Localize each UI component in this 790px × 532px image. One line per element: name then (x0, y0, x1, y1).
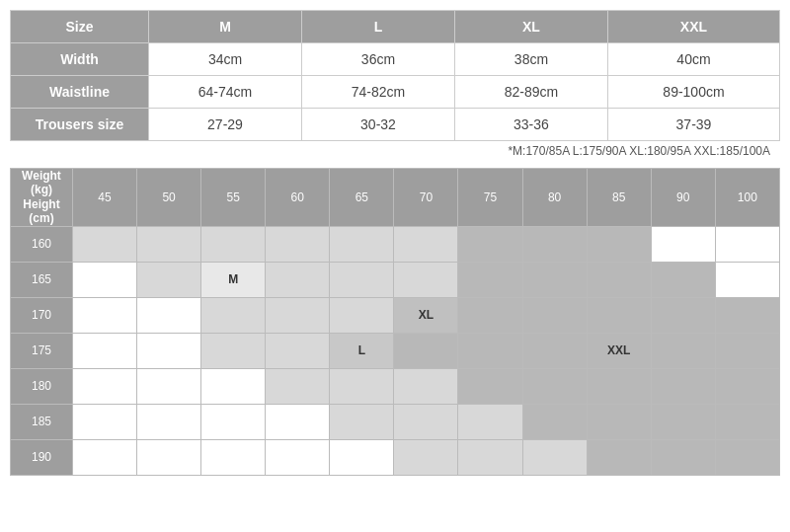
grid-table: Weight(kg)Height(cm) 45 50 55 60 65 70 7… (10, 168, 780, 476)
height-175: 175 (11, 333, 73, 368)
grid-row-185: 185 (11, 404, 780, 439)
width-xl: 38cm (454, 43, 607, 76)
trousers-l: 30-32 (301, 109, 454, 141)
col-header-size: Size (11, 11, 149, 43)
row-label-waistline: Waistline (11, 76, 149, 109)
size-table-wrapper: Size M L XL XXL Width 34cm 36cm 38cm 40c… (0, 0, 790, 168)
height-170: 170 (11, 297, 73, 333)
grid-row-180: 180 (11, 368, 780, 404)
waist-xxl: 89-100cm (607, 76, 779, 109)
weight-90: 90 (651, 169, 715, 227)
weight-70: 70 (394, 169, 458, 227)
weight-45: 45 (72, 169, 136, 227)
row-label-trousers: Trousers size (11, 109, 149, 141)
corner-header: Weight(kg)Height(cm) (11, 169, 73, 227)
col-header-l: L (301, 11, 454, 43)
col-header-xxl: XXL (607, 11, 779, 43)
width-l: 36cm (301, 43, 454, 76)
height-190: 190 (11, 439, 73, 475)
height-160: 160 (11, 226, 73, 262)
size-note: *M:170/85A L:175/90A XL:180/95A XXL:185/… (10, 141, 780, 164)
weight-85: 85 (587, 169, 651, 227)
row-label-width: Width (11, 43, 149, 76)
weight-100: 100 (715, 169, 779, 227)
height-165: 165 (11, 262, 73, 297)
size-table: Size M L XL XXL Width 34cm 36cm 38cm 40c… (10, 10, 780, 141)
width-xxl: 40cm (607, 43, 779, 76)
weight-55: 55 (201, 169, 266, 227)
grid-row-160: 160 (11, 226, 780, 262)
grid-row-190: 190 (11, 439, 780, 475)
grid-wrapper: Weight(kg)Height(cm) 45 50 55 60 65 70 7… (0, 168, 790, 476)
col-header-xl: XL (454, 11, 607, 43)
height-185: 185 (11, 404, 73, 439)
table-row: Trousers size 27-29 30-32 33-36 37-39 (11, 109, 780, 141)
grid-label-L: L (330, 333, 394, 368)
weight-60: 60 (266, 169, 330, 227)
weight-80: 80 (522, 169, 587, 227)
grid-row-170: 170 XL (11, 297, 780, 333)
weight-50: 50 (137, 169, 201, 227)
weight-75: 75 (458, 169, 522, 227)
table-row: Width 34cm 36cm 38cm 40cm (11, 43, 780, 76)
grid-label-XL: XL (394, 297, 458, 333)
trousers-xl: 33-36 (454, 109, 607, 141)
trousers-xxl: 37-39 (607, 109, 779, 141)
grid-row-165: 165 M (11, 262, 780, 297)
weight-65: 65 (330, 169, 394, 227)
table-row: Waistline 64-74cm 74-82cm 82-89cm 89-100… (11, 76, 780, 109)
waist-xl: 82-89cm (454, 76, 607, 109)
grid-label-XXL: XXL (587, 333, 651, 368)
trousers-m: 27-29 (149, 109, 302, 141)
waist-l: 74-82cm (301, 76, 454, 109)
waist-m: 64-74cm (149, 76, 302, 109)
grid-label-M: M (201, 262, 266, 297)
col-header-m: M (149, 11, 302, 43)
width-m: 34cm (149, 43, 302, 76)
grid-row-175: 175 L XXL (11, 333, 780, 368)
height-180: 180 (11, 368, 73, 404)
